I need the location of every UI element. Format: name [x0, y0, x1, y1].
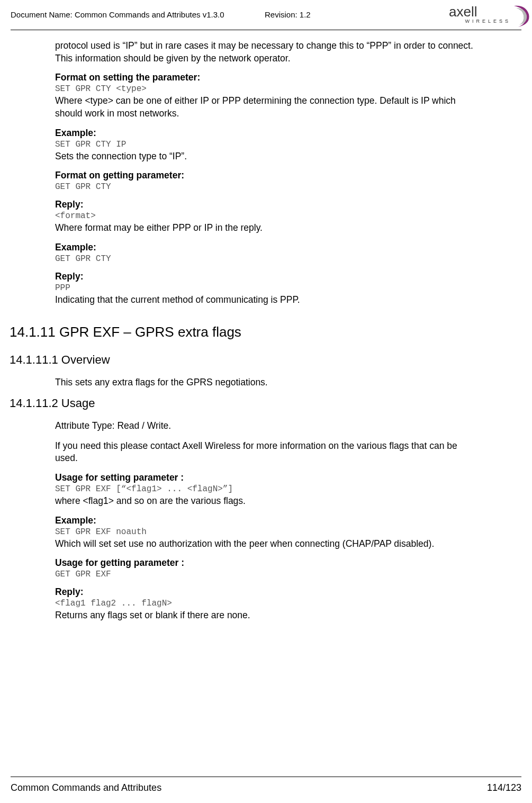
noauth-desc: Which will set set use no authorization … [55, 538, 482, 551]
reply3-heading: Reply: [55, 587, 482, 598]
logo-text: axell [449, 4, 477, 20]
code-format: <format> [55, 211, 482, 221]
reply2-heading: Reply: [55, 271, 482, 282]
format-set-heading: Format on setting the parameter: [55, 72, 482, 83]
usage-set-heading: Usage for setting parameter : [55, 472, 482, 483]
code-get-exf: GET GPR EXF [55, 570, 482, 579]
company-logo: axell WIRELESS [449, 4, 531, 29]
ppp-desc: Indicating that the current method of co… [55, 294, 482, 306]
set-cty-ip-desc: Sets the connection type to “IP”. [55, 150, 482, 163]
example2-heading: Example: [55, 242, 482, 253]
logo-subtext: WIRELESS [465, 19, 511, 24]
page-content: protocol used is “IP” but in rare cases … [11, 30, 482, 622]
overview-heading: 14.1.11.1 Overview [10, 353, 482, 367]
contact-para: If you need this please contact Axell Wi… [55, 440, 482, 465]
code-ppp: PPP [55, 283, 482, 293]
reply-heading: Reply: [55, 199, 482, 210]
attr-type: Attribute Type: Read / Write. [55, 420, 482, 432]
section-heading-exf: 14.1.11 GPR EXF – GPRS extra flags [10, 324, 482, 340]
code-get-cty: GET GPR CTY [55, 182, 482, 192]
revision: Revision: 1.2 [265, 8, 311, 19]
doc-name: Document Name: Common Commands and Attri… [11, 8, 224, 19]
code-set-exf: SET GPR EXF [“<flag1> ... <flagN>”] [55, 484, 482, 494]
intro-paragraph: protocol used is “IP” but in rare cases … [55, 40, 482, 65]
page-number: 114/123 [487, 782, 521, 793]
flags-desc: where <flag1> and so on are the various … [55, 495, 482, 508]
example3-heading: Example: [55, 515, 482, 526]
code-set-cty-ip: SET GPR CTY IP [55, 140, 482, 149]
flags-return-desc: Returns any flags set or blank if there … [55, 609, 482, 622]
set-cty-desc: Where <type> can be one of either IP or … [55, 95, 482, 120]
format-get-heading: Format on getting parameter: [55, 170, 482, 181]
page-header: Document Name: Common Commands and Attri… [11, 8, 521, 30]
page-footer: Common Commands and Attributes 114/123 [11, 777, 521, 793]
example-heading: Example: [55, 128, 482, 139]
code-set-noauth: SET GPR EXF noauth [55, 527, 482, 537]
footer-title: Common Commands and Attributes [11, 782, 161, 793]
code-flags: <flag1 flag2 ... flagN> [55, 599, 482, 608]
logo-swirl-icon [511, 5, 531, 28]
format-desc: Where format may be either PPP or IP in … [55, 222, 482, 234]
code-get-cty2: GET GPR CTY [55, 254, 482, 264]
usage-heading: 14.1.11.2 Usage [10, 396, 482, 410]
code-set-cty: SET GPR CTY <type> [55, 84, 482, 94]
usage-get-heading: Usage for getting parameter : [55, 557, 482, 569]
overview-para: This sets any extra flags for the GPRS n… [55, 376, 482, 389]
